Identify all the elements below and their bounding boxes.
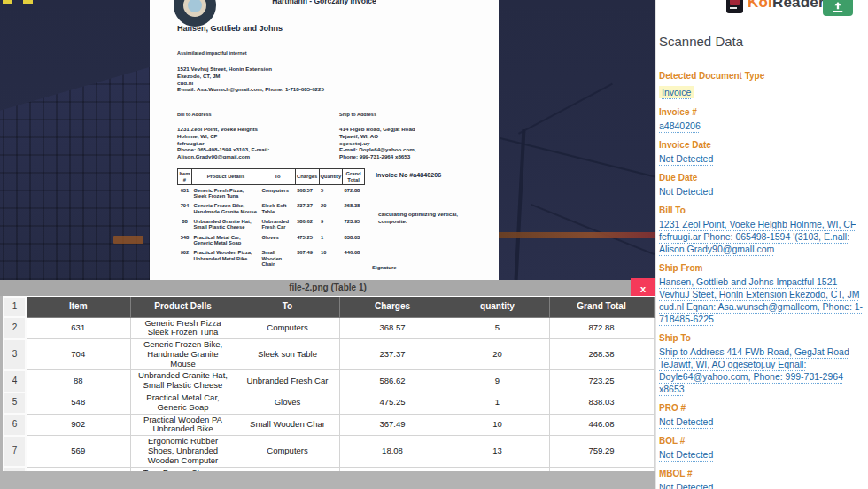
address-line: 1521 Vevhuj Street, Honin Extension <box>177 66 324 73</box>
cell-charges: 237.37 <box>295 201 319 217</box>
column-header: Product Details <box>191 169 260 185</box>
row-number[interactable]: 2 <box>4 317 26 339</box>
cell-charges[interactable]: 586.62 <box>339 370 446 392</box>
cell-product[interactable]: Unbranded Granite Hat, Small Plastic Che… <box>130 370 236 392</box>
cell-item[interactable]: 631 <box>26 317 130 339</box>
cell-item[interactable]: 902 <box>26 414 130 436</box>
cell-product[interactable]: Generic Fresh Pizza Sleek Frozen Tuna <box>130 317 236 339</box>
cell-to: Unbranded Fresh Car <box>260 216 295 232</box>
cell-item[interactable]: 548 <box>26 392 130 415</box>
field-value[interactable]: Not Detected <box>659 185 866 198</box>
cell-quantity[interactable]: 5 <box>446 317 549 339</box>
cell-item[interactable]: 88 <box>26 370 130 392</box>
cell-total[interactable]: 759.29 <box>549 436 654 467</box>
address-line: Alison.Grady90@gmail.com <box>177 153 328 160</box>
cell-total: 268.38 <box>343 201 365 217</box>
cell-charges[interactable]: 475.25 <box>339 392 446 415</box>
cell-to[interactable]: Sleek son Table <box>236 339 339 370</box>
field-value[interactable]: Ship to Address 414 FWb Road, GegJat Roa… <box>659 345 866 395</box>
cell-item[interactable]: 704 <box>26 339 130 370</box>
field-value[interactable]: Not Detected <box>659 481 866 489</box>
field-value[interactable]: a4840206 <box>659 120 866 132</box>
cell-to[interactable]: Gloves <box>236 392 339 415</box>
row-number[interactable]: 6 <box>4 414 26 436</box>
row-number[interactable]: 5 <box>4 392 26 415</box>
invoice-document-preview[interactable]: Hartmann - Gorczany Invoice Hansen, Gott… <box>150 0 499 280</box>
column-header-product[interactable]: Product Dells <box>130 297 236 317</box>
truck-photo <box>113 236 143 244</box>
column-header-charges[interactable]: Charges <box>339 297 446 317</box>
table-row: 2 631 Generic Fresh Pizza Sleek Frozen T… <box>4 317 654 339</box>
cell-quantity[interactable]: 9 <box>446 370 549 392</box>
scanned-fields-list: Detected Document Type Invoice Invoice #… <box>659 71 866 489</box>
field-value[interactable]: Not Detected <box>659 415 866 428</box>
address-line: Phone: 999-731-2964 x8653 <box>339 153 490 160</box>
row-number[interactable]: 1 <box>4 297 26 317</box>
cell-total[interactable]: 838.03 <box>549 392 654 415</box>
invoice-note: calculating optimizing vertical, composi… <box>378 211 481 224</box>
cell-to[interactable]: Computers <box>236 317 339 339</box>
table-row: 88 Unbranded Granite Hat, Small Plastic … <box>178 216 365 232</box>
field-label: MBOL # <box>659 469 866 478</box>
upload-button[interactable] <box>823 0 853 16</box>
cell-item: 902 <box>178 248 192 269</box>
cell-quantity: 1 <box>319 232 343 248</box>
column-header-grand-total[interactable]: Grand Total <box>549 297 654 317</box>
column-header-item[interactable]: Item <box>26 297 130 317</box>
invoice-number: Invoice No #a4840206 <box>376 171 441 179</box>
field-invoice-date: Invoice Date Not Detected <box>659 140 866 165</box>
cell-total[interactable]: 268.38 <box>549 339 654 370</box>
cell-charges[interactable]: 367.49 <box>339 414 446 436</box>
cell-product: Unbranded Granite Hat, Small Plastic Che… <box>191 216 260 232</box>
field-pro-number: PRO # Not Detected <box>659 403 866 428</box>
crane-photo <box>518 83 613 135</box>
cell-quantity[interactable]: 1 <box>446 392 549 415</box>
field-value[interactable]: 1231 Zeol Point, Voeke Helghb Holnme, WI… <box>659 218 866 255</box>
cell-item[interactable]: 569 <box>26 436 130 467</box>
bill-to-address: 1231 Zeol Point, Voeke Heights Holnme, W… <box>177 126 328 160</box>
cell-quantity[interactable]: 13 <box>446 436 549 467</box>
invoice-sender-address: 1521 Vevhuj Street, Honin Extension Ekez… <box>177 66 324 93</box>
field-label: PRO # <box>659 403 866 413</box>
cell-total[interactable]: 723.25 <box>549 370 654 392</box>
field-value[interactable]: Hansen, Gottlieb and Johns Impactful 152… <box>659 276 866 325</box>
row-number[interactable]: 7 <box>4 436 26 467</box>
row-number[interactable]: 3 <box>4 339 26 370</box>
cell-total[interactable]: 872.88 <box>549 317 654 339</box>
cell-charges: 475.25 <box>295 232 319 248</box>
cell-quantity[interactable]: 10 <box>446 414 549 436</box>
cell-to[interactable]: Small Wooden Char <box>236 414 339 436</box>
cell-product[interactable]: Ergonomic Rubber Shoes, Unbranded Wooden… <box>130 436 236 467</box>
field-value[interactable]: Not Detected <box>659 448 866 461</box>
cell-to[interactable]: Computers <box>236 436 339 467</box>
signature-label: Signature <box>372 265 397 270</box>
field-ship-from: Ship From Hansen, Gottlieb and Johns Imp… <box>659 263 866 325</box>
address-line: Holnme, WI, CF <box>177 133 328 140</box>
address-line: 414 Figeb Road, Gegjat Road <box>339 126 490 133</box>
field-value[interactable]: Invoice <box>659 86 694 98</box>
column-header-quantity[interactable]: quantity <box>446 297 549 317</box>
cell-total[interactable]: 446.08 <box>549 414 654 436</box>
cell-product[interactable]: Generic Frozen Bike, Handmade Granite Mo… <box>130 339 236 370</box>
cell-product: Generic Frozen Bike, Handmade Granite Mo… <box>191 201 260 217</box>
cell-product[interactable]: Practical Wooden PA Unbranded Bike <box>130 414 236 436</box>
cell-charges[interactable]: 18.08 <box>339 436 446 467</box>
cell-charges[interactable]: 368.57 <box>339 317 446 339</box>
cell-charges: 368.57 <box>295 185 319 201</box>
cell-charges[interactable]: 237.37 <box>339 339 446 370</box>
column-header-to[interactable]: To <box>236 297 339 317</box>
field-value[interactable]: Not Detected <box>659 152 866 165</box>
cell-to[interactable]: Unbranded Fresh Car <box>236 370 339 392</box>
invoice-tagline: Assimilated impactful internet <box>177 50 247 56</box>
cell-quantity[interactable]: 20 <box>446 339 549 370</box>
toolbar-icon-fragment[interactable] <box>3 0 12 4</box>
row-number[interactable]: 4 <box>4 370 26 392</box>
cell-total: 838.03 <box>343 232 365 248</box>
crane-photo <box>531 204 655 255</box>
toolbar-icon-fragment[interactable] <box>23 0 33 4</box>
cell-quantity: 9 <box>319 216 343 232</box>
cell-product[interactable]: Practical Metal Car, Generic Soap <box>130 392 236 415</box>
field-label: Ship To <box>659 333 866 343</box>
viewer-footer <box>0 471 655 489</box>
panel-heading: Scanned Data <box>659 34 743 49</box>
